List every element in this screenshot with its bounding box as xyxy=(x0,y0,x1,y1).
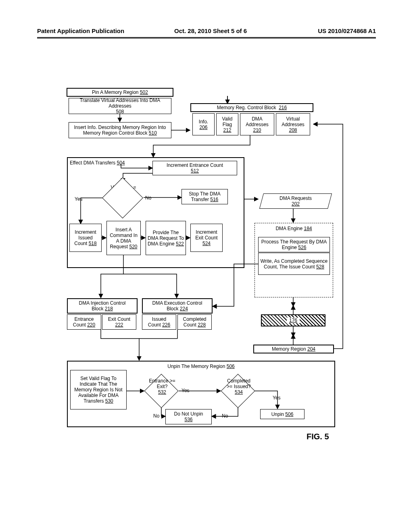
injection-control-block: DMA Injection Control Block 218 xyxy=(67,298,138,314)
process-request: Process The Request By DMA Engine 526 xyxy=(258,237,330,252)
yes-label-3: Yes xyxy=(273,395,281,401)
insert-command: Insert A Command In A DMA Request 520 xyxy=(106,221,141,255)
unpin-action: Unpin 506 xyxy=(260,409,305,419)
increment-entrance: Increment Entrance Count512 xyxy=(152,161,237,175)
execution-control-block: DMA Execution Control Block 224 xyxy=(142,298,213,314)
set-valid-flag: Set Valid Flag To Indicate That The Memo… xyxy=(70,370,127,409)
write-completed: Write, As Completed Sequence Count, The … xyxy=(258,253,330,275)
no-label-3: No xyxy=(222,413,228,419)
virtual-addresses-cell: Virtual Addresses208 xyxy=(276,113,310,135)
mem-ctrl-block: Memory Reg. Control Block 216 xyxy=(190,103,313,112)
valid-flag-cell: Valid Flag212 xyxy=(216,113,238,135)
issued-count: Issued Count 226 xyxy=(142,314,176,330)
no-label-1: No xyxy=(145,195,151,201)
exit-count: Exit Count222 xyxy=(102,314,136,330)
stop-dma: Stop The DMA Transfer 516 xyxy=(181,189,228,204)
yes-label-2: Yes xyxy=(181,388,190,393)
provide-dma-request: Provide The DMA Request To DMA Engine 52… xyxy=(146,221,186,255)
header-left: Patent Application Publication xyxy=(37,27,124,34)
hatched-block: 176 xyxy=(261,314,325,326)
page-header: Patent Application Publication Oct. 28, … xyxy=(37,27,376,34)
header-center: Oct. 28, 2010 Sheet 5 of 6 xyxy=(174,27,247,34)
figure-label: FIG. 5 xyxy=(307,432,329,441)
increment-exit: Increment Exit Count524 xyxy=(190,224,223,252)
dma-addresses-cell: DMA Addresses210 xyxy=(240,113,274,135)
no-label-2: No xyxy=(153,413,159,419)
completed-count: Completed Count 228 xyxy=(177,314,212,330)
header-right: US 2010/0274868 A1 xyxy=(318,27,376,34)
translate-addresses: Translate Virtual Addresses Into DMA Add… xyxy=(69,98,171,114)
yes-label-1: Yes xyxy=(75,196,83,202)
increment-issued: Increment Issued Count 518 xyxy=(69,224,102,252)
pin-memory-region: Pin A Memory Region 502 xyxy=(67,88,173,97)
info-cell: Info.206 xyxy=(192,113,215,135)
dma-requests: DMA Requests202 xyxy=(259,193,332,209)
entrance-count: Entrance Count 220 xyxy=(67,314,101,330)
do-not-unpin: Do Not Unpin536 xyxy=(165,409,212,424)
header-rule xyxy=(37,37,376,39)
insert-info: Insert Info. Describing Memory Region In… xyxy=(69,122,171,138)
memory-region: Memory Region 204 xyxy=(253,345,334,353)
